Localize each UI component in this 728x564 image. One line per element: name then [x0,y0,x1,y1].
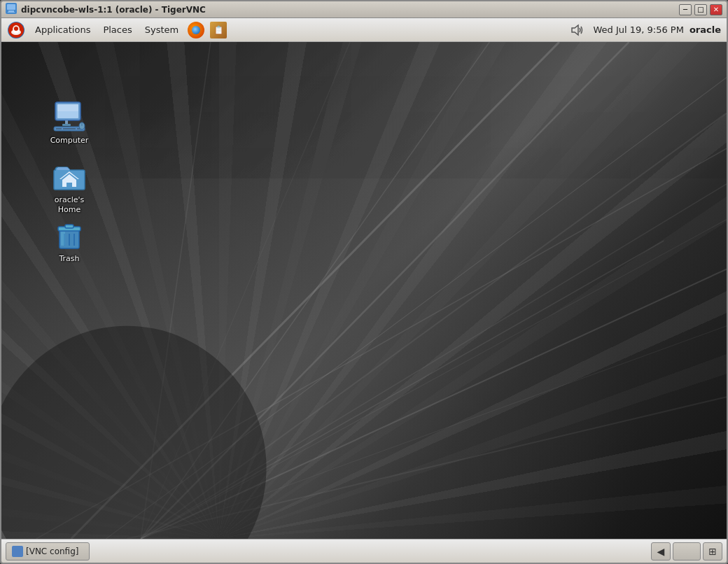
svg-rect-43 [61,232,65,246]
home-icon [52,159,86,192]
taskbar-btn-2[interactable] [673,542,701,561]
svg-rect-31 [63,128,76,129]
distro-logo-icon [8,22,24,38]
desktop-icon-home[interactable]: oracle's Home [41,156,97,218]
svg-point-7 [14,27,18,31]
panel-logo [7,21,25,39]
system-menu[interactable]: System [139,22,184,38]
svg-rect-3 [8,12,15,13]
taskbar-vnc-config[interactable]: [VNC config] [6,542,90,561]
svg-marker-8 [572,25,578,35]
taskbar-vnc-label: [VNC config] [26,547,78,556]
window-icon [6,3,17,16]
places-menu[interactable]: Places [97,22,137,38]
applications-menu[interactable]: Applications [29,22,96,38]
firefox-icon [188,22,204,38]
svg-rect-28 [62,124,71,126]
taskbar-btn-3[interactable]: ⊞ [703,542,722,561]
panel-left: Applications Places System 📋 [7,20,568,40]
maximize-button[interactable]: □ [694,4,707,15]
help-launcher[interactable]: 📋 [209,20,228,40]
taskbar-btn-1[interactable]: ◀ [651,542,671,561]
trash-icon-label: Trash [59,254,79,264]
svg-rect-39 [65,225,74,228]
svg-rect-1 [7,4,15,10]
svg-rect-2 [8,10,14,12]
desktop-icon-trash[interactable]: Trash [41,215,97,267]
svg-rect-30 [56,128,62,129]
volume-control[interactable] [568,20,587,40]
svg-rect-26 [57,104,78,111]
clock[interactable]: Wed Jul 19, 9:56 PM [593,24,683,35]
help-book-icon: 📋 [210,22,227,38]
taskbar: [VNC config] ◀ ⊞ [1,539,727,563]
panel-right: Wed Jul 19, 9:56 PM oracle [568,20,721,40]
titlebar-title: dipcvncobe-wls-1:1 (oracle) - TigerVNC [21,5,675,15]
close-button[interactable]: ✕ [710,4,722,15]
home-icon-label: oracle's Home [44,195,94,216]
desktop[interactable]: Computer oracle's Home [1,42,727,539]
trash-icon [52,218,86,251]
desktop-icon-computer[interactable]: Computer [41,97,97,148]
titlebar-buttons: ─ □ ✕ [679,4,722,15]
computer-icon [52,99,86,133]
window: dipcvncobe-wls-1:1 (oracle) - TigerVNC ─… [0,0,728,564]
username: oracle [690,24,721,35]
firefox-launcher[interactable] [186,20,206,40]
taskbar-right: ◀ ⊞ [651,542,722,561]
top-panel: Applications Places System 📋 [1,18,727,42]
minimize-button[interactable]: ─ [679,4,692,15]
desktop-rays [1,42,727,539]
titlebar: dipcvncobe-wls-1:1 (oracle) - TigerVNC ─… [1,1,727,18]
computer-icon-label: Computer [50,136,89,146]
taskbar-vnc-icon [12,546,23,557]
